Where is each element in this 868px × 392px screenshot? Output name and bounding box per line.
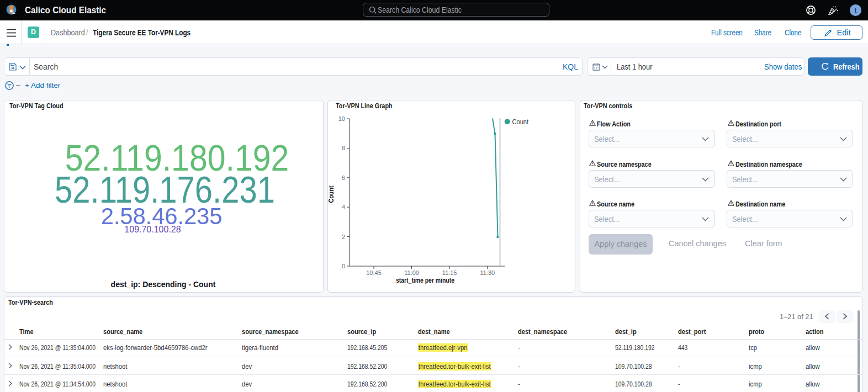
svg-text:11:15: 11:15	[442, 269, 457, 276]
svg-text:10: 10	[338, 115, 345, 122]
svg-text:11:00: 11:00	[404, 269, 419, 276]
svg-text:10:45: 10:45	[366, 269, 382, 276]
svg-text:0: 0	[342, 263, 345, 269]
svg-text:start_time per minute: start_time per minute	[396, 277, 454, 284]
svg-text:2: 2	[342, 234, 345, 240]
svg-text:Count: Count	[327, 186, 335, 203]
svg-text:8: 8	[342, 145, 345, 151]
svg-text:4: 4	[342, 204, 345, 210]
svg-text:6: 6	[342, 174, 345, 181]
svg-text:Count: Count	[512, 118, 529, 126]
svg-text:11:30: 11:30	[480, 269, 495, 276]
